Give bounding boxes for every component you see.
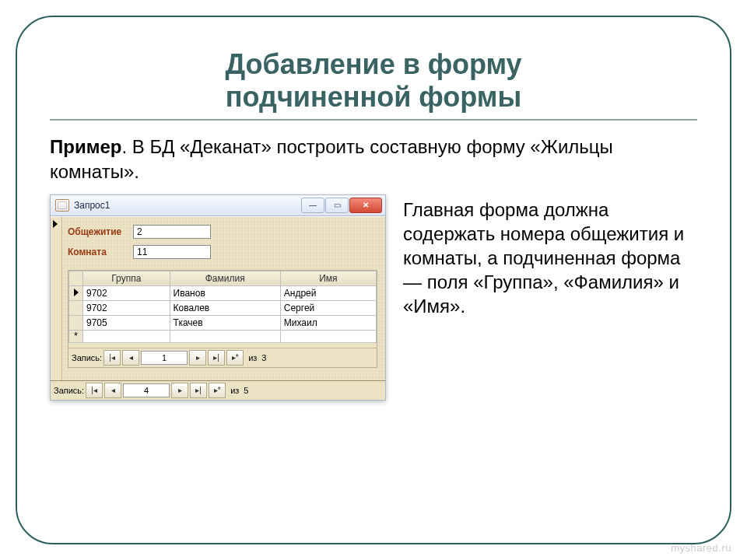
nav-label: Запись:	[72, 353, 102, 362]
cell-name[interactable]: Андрей	[280, 285, 376, 300]
row-selector[interactable]	[69, 300, 83, 315]
subform-record-nav: Запись: |◂ ◂ 1 ▸ ▸| ▸* из 3	[68, 348, 377, 367]
new-icon: ▸*	[214, 386, 221, 394]
room-input[interactable]: 11	[133, 245, 211, 259]
new-icon: ▸*	[232, 353, 239, 362]
table-row[interactable]: 9702 Иванов Андрей	[69, 285, 377, 300]
nav-next-button[interactable]: ▸	[189, 350, 206, 366]
last-icon: ▸|	[213, 353, 219, 362]
last-icon: ▸|	[195, 386, 202, 394]
new-record-icon: *	[74, 330, 78, 341]
nav-of-label: из	[227, 386, 239, 395]
room-label: Комната	[68, 247, 133, 257]
next-icon: ▸	[178, 386, 182, 394]
field-dorm: Общежитие 2	[68, 225, 377, 239]
col-surname[interactable]: Фамилия	[170, 271, 280, 285]
row-selector[interactable]: *	[69, 330, 83, 342]
row-selector[interactable]	[69, 285, 83, 300]
prompt-text: . В БД «Деканат» построить составную фор…	[50, 136, 613, 182]
current-record-icon	[53, 220, 58, 228]
form-icon	[55, 199, 69, 212]
nav-current-input[interactable]: 4	[123, 383, 170, 397]
nav-prev-button[interactable]: ◂	[104, 383, 121, 398]
record-selector-bar[interactable]	[51, 217, 62, 380]
nav-last-button[interactable]: ▸|	[208, 350, 225, 366]
nav-first-button[interactable]: |◂	[86, 383, 103, 398]
slide-frame: Добавление в форму подчиненной формы При…	[16, 16, 731, 544]
nav-last-button[interactable]: ▸|	[190, 383, 207, 398]
maximize-icon: ▭	[334, 201, 341, 209]
slide-title: Добавление в форму подчиненной формы	[50, 48, 697, 121]
selector-header[interactable]	[69, 271, 83, 285]
cell-group[interactable]: 9705	[83, 315, 170, 330]
subform-table: Группа Фамилия Имя 9702 Иванов Андрей	[68, 271, 377, 343]
field-room: Комната 11	[68, 245, 377, 259]
first-icon: |◂	[109, 353, 115, 362]
col-name[interactable]: Имя	[280, 271, 376, 285]
prev-icon: ◂	[111, 386, 115, 394]
watermark: myshared.ru	[671, 542, 731, 554]
nav-prev-button[interactable]: ◂	[122, 350, 139, 366]
current-row-icon	[74, 289, 79, 296]
close-icon: ✕	[363, 201, 369, 209]
minimize-icon: —	[309, 201, 317, 209]
nav-new-button[interactable]: ▸*	[226, 350, 244, 366]
cell-name[interactable]: Михаил	[280, 315, 376, 330]
prompt-label: Пример	[50, 136, 121, 157]
maximize-button[interactable]: ▭	[325, 198, 349, 213]
title-line-1: Добавление в форму	[225, 48, 521, 80]
cell-surname[interactable]: Ковалев	[170, 300, 280, 315]
first-icon: |◂	[91, 386, 97, 394]
cell-group[interactable]: 9702	[83, 300, 170, 315]
table-row[interactable]: 9705 Ткачев Михаил	[69, 315, 377, 330]
cell-name[interactable]: Сергей	[280, 300, 376, 315]
nav-first-button[interactable]: |◂	[103, 350, 121, 366]
access-form-window: Запрос1 — ▭ ✕ Общежитие 2 Ком	[50, 194, 386, 401]
col-group[interactable]: Группа	[83, 271, 170, 285]
table-header-row: Группа Фамилия Имя	[69, 271, 377, 285]
window-titlebar[interactable]: Запрос1 — ▭ ✕	[51, 195, 385, 216]
subform: Группа Фамилия Имя 9702 Иванов Андрей	[68, 270, 377, 368]
nav-current-input[interactable]: 1	[141, 351, 188, 365]
window-title: Запрос1	[74, 200, 301, 211]
cell-surname[interactable]: Иванов	[170, 285, 280, 300]
row-selector[interactable]	[69, 315, 83, 330]
nav-total: 3	[258, 353, 266, 362]
cell-group[interactable]: 9702	[83, 285, 170, 300]
title-line-2: подчиненной формы	[226, 81, 521, 113]
prev-icon: ◂	[129, 353, 133, 362]
minimize-button[interactable]: —	[301, 198, 324, 213]
close-button[interactable]: ✕	[349, 198, 382, 213]
next-icon: ▸	[196, 353, 200, 362]
nav-total: 5	[240, 386, 248, 395]
form-body: Общежитие 2 Комната 11 Группа Фамили	[51, 216, 385, 380]
cell-surname[interactable]: Ткачев	[170, 315, 280, 330]
dorm-label: Общежитие	[68, 226, 133, 237]
nav-of-label: из	[245, 353, 257, 362]
nav-new-button[interactable]: ▸*	[209, 383, 226, 398]
nav-label: Запись:	[54, 386, 84, 395]
new-record-row[interactable]: *	[69, 330, 377, 342]
nav-next-button[interactable]: ▸	[171, 383, 188, 398]
table-row[interactable]: 9702 Ковалев Сергей	[69, 300, 377, 315]
dorm-input[interactable]: 2	[133, 225, 211, 239]
slide-description: Главная форма должна содержать номера об…	[403, 194, 697, 319]
example-prompt: Пример. В БД «Деканат» построить составн…	[50, 135, 697, 185]
mainform-record-nav: Запись: |◂ ◂ 4 ▸ ▸| ▸* из 5	[51, 380, 385, 400]
